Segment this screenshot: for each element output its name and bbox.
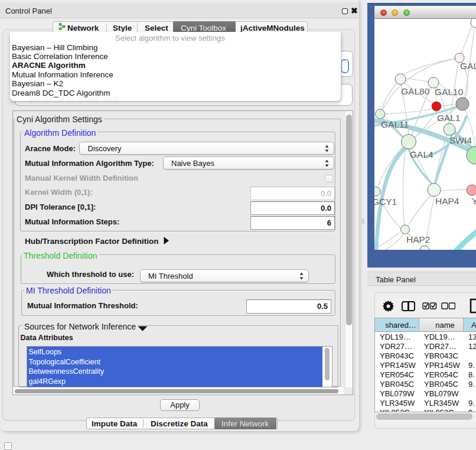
svg-text:GAL10: GAL10 [435,87,464,97]
svg-text:HAP2: HAP2 [406,234,431,244]
svg-text:GAL7: GAL7 [460,61,476,71]
svg-text:GAL80: GAL80 [401,86,430,96]
svg-text:HAP4: HAP4 [435,196,459,206]
svg-text:Y: Y [472,196,476,206]
svg-text:GAL1: GAL1 [437,113,461,123]
svg-text:GCY1: GCY1 [374,197,397,207]
svg-text:GAL11: GAL11 [381,119,409,129]
svg-text:GAL4: GAL4 [410,149,433,159]
svg-text:SWI4: SWI4 [449,135,472,145]
